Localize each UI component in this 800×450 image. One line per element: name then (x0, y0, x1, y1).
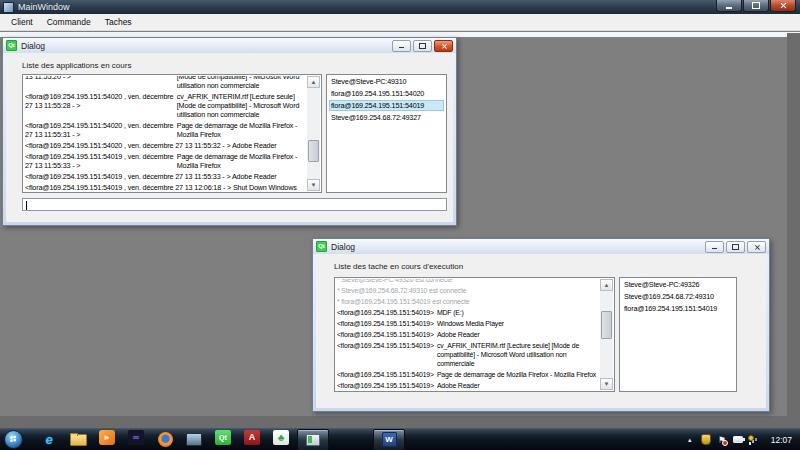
dialog-window-applications: Qt Dialog Liste des applications en cour… (2, 37, 457, 226)
task-row[interactable]: * Steve@169.254.68.72:49310 est connecte (337, 286, 599, 295)
task-row[interactable]: <flora@169.254.195.151:54019>Windows Med… (337, 319, 599, 328)
start-button[interactable] (4, 430, 23, 449)
row-sender-text: <flora@169.254.195.151:54019> (337, 330, 434, 339)
scroll-down-button[interactable]: ▼ (307, 179, 320, 191)
minimize-icon (712, 248, 717, 250)
task-row[interactable]: <flora@169.254.195.151:54019>Adobe Reade… (337, 381, 599, 390)
action-center-flag-icon[interactable]: ⚑ (717, 433, 727, 447)
maximize-button[interactable] (726, 241, 745, 253)
row-sender-text: <flora@169.254.195.151:54019> (337, 341, 434, 368)
minimize-icon (399, 47, 404, 49)
application-row[interactable]: <flora@169.254.195.151:54019 , ven. déce… (25, 152, 306, 170)
tasks-list-label: Liste des tache en cours d'execution (334, 262, 463, 271)
scroll-up-button[interactable]: ▲ (600, 279, 613, 291)
row-task-text: cv_AFRIK_INTERIM.rtf [Lecture seule] [Mo… (437, 341, 599, 368)
word-taskbar-button[interactable]: W (373, 429, 405, 450)
tasks-list[interactable]: * Steve@Steve-PC:49326 est connecte* Ste… (334, 277, 615, 392)
applications-list-label: Liste des applications en cours (22, 61, 131, 70)
row-app-text: cv_AFRIK_INTERIM.rtf [Lecture seule] [Mo… (177, 92, 306, 119)
minimize-icon (726, 7, 732, 9)
security-shield-icon[interactable] (701, 433, 711, 447)
window-title: MainWindow (18, 2, 70, 12)
row-sender-text: 13 11:55:20 - > (25, 76, 177, 90)
hidden-icons-arrow[interactable]: ▴ (685, 433, 695, 447)
dialog-titlebar[interactable]: Qt Dialog (313, 239, 769, 254)
network-status-icon[interactable] (749, 433, 761, 447)
explorer-folder-icon[interactable] (66, 430, 90, 450)
close-button[interactable] (434, 40, 453, 52)
client-item[interactable]: Steve@169.254.68.72:49310 (622, 291, 734, 302)
task-row[interactable]: <flora@169.254.195.151:54019>cv_AFRIK_IN… (337, 341, 599, 368)
maximize-button[interactable] (743, 0, 769, 12)
internet-explorer-icon[interactable]: e (37, 430, 61, 450)
task-row[interactable]: <flora@169.254.195.151:54019>Page de dém… (337, 370, 599, 379)
purple-app-icon[interactable]: ∞ (128, 430, 144, 445)
scrollbar[interactable]: ▲ ▼ (600, 279, 613, 390)
firefox-icon[interactable] (153, 430, 177, 450)
application-row[interactable]: <flora@169.254.195.151:54020 , ven. déce… (25, 141, 306, 150)
close-icon (780, 2, 787, 9)
green-app-icon[interactable]: ♣ (273, 430, 289, 445)
client-edge-bottom (0, 416, 800, 428)
menu-item-client[interactable]: Client (4, 15, 40, 29)
client-item[interactable]: flora@169.254.195.151:54020 (329, 88, 444, 99)
scrollbar[interactable]: ▲ ▼ (307, 76, 320, 191)
application-row[interactable]: <flora@169.254.195.151:54020 , ven. déce… (25, 121, 306, 139)
tasks-clients-list[interactable]: Steve@Steve-PC:49326Steve@169.254.68.72:… (619, 277, 737, 392)
mainwindow-titlebar[interactable]: MainWindow (0, 0, 800, 14)
minimize-button[interactable] (716, 0, 742, 12)
screen: MainWindow ClientCommandeTaches Qt Dialo… (0, 0, 800, 450)
application-row[interactable]: <flora@169.254.195.151:54020 , ven. déce… (25, 92, 306, 119)
scroll-down-button[interactable]: ▼ (600, 378, 613, 390)
dialog-content: Liste des tache en cours d'execution * S… (316, 254, 766, 408)
maximize-button[interactable] (413, 40, 432, 52)
clients-list[interactable]: Steve@Steve-PC:49310flora@169.254.195.15… (326, 74, 447, 193)
scroll-thumb[interactable] (601, 311, 612, 339)
applications-list[interactable]: 13 11:55:20 - >[Mode de compatibilité] -… (22, 74, 322, 193)
taskbar: e▸∞QtA♣ W ▴⚑ 12:07 (0, 428, 800, 450)
menu-item-taches[interactable]: Taches (98, 15, 139, 29)
app-icon (3, 2, 14, 13)
row-app-text: [Mode de compatibilité] - Microsoft Word… (177, 76, 306, 90)
message-input[interactable] (22, 198, 447, 211)
client-item[interactable]: Steve@Steve-PC:49326 (622, 279, 734, 290)
adobe-reader-icon[interactable]: A (244, 430, 260, 445)
scroll-up-button[interactable]: ▲ (307, 76, 320, 88)
menu-item-commande[interactable]: Commande (40, 15, 98, 29)
client-item[interactable]: flora@169.254.195.151:54019 (622, 303, 734, 314)
battery-icon[interactable] (733, 433, 743, 447)
dialog-title: Dialog (21, 41, 45, 51)
task-row[interactable]: * flora@169.254.195.151:54019 est connec… (337, 297, 599, 306)
remote-desktop-icon[interactable] (182, 430, 206, 450)
task-row[interactable]: <flora@169.254.195.151:54019>Adobe Reade… (337, 330, 599, 339)
row-sender-text: <flora@169.254.195.151:54019> (337, 319, 434, 328)
tray-clock[interactable]: 12:07 (771, 435, 792, 445)
qt-creator-icon[interactable]: Qt (215, 430, 231, 445)
dialog-titlebar[interactable]: Qt Dialog (3, 38, 456, 53)
row-sender-text: <flora@169.254.195.151:54020 , ven. déce… (25, 92, 177, 119)
dialog-title: Dialog (331, 242, 355, 252)
minimize-button[interactable] (705, 241, 724, 253)
scroll-thumb[interactable] (308, 140, 319, 162)
row-sender-text: <flora@169.254.195.151:54019> (337, 370, 434, 379)
row-app-text: Page de démarrage de Mozilla Firefox - M… (177, 152, 306, 170)
task-row[interactable]: <flora@169.254.195.151:54019>MDF (E:) (337, 308, 599, 317)
media-player-icon[interactable]: ▸ (99, 430, 115, 445)
application-row[interactable]: <flora@169.254.195.151:54019 , ven. déce… (25, 183, 306, 191)
task-row[interactable]: * Steve@Steve-PC:49326 est connecte (337, 279, 599, 284)
close-button[interactable] (770, 0, 796, 12)
system-tray: ▴⚑ 12:07 (685, 433, 792, 447)
maximize-icon (752, 2, 760, 9)
client-item[interactable]: Steve@169.254.68.72:49327 (329, 112, 444, 123)
minimize-button[interactable] (392, 40, 411, 52)
qt-app-taskbar-button[interactable] (297, 429, 329, 450)
application-row[interactable]: <flora@169.254.195.151:54019 , ven. déce… (25, 172, 306, 181)
dialog-content: Liste des applications en cours 13 11:55… (6, 53, 453, 222)
row-app-text: Page de démarrage de Mozilla Firefox - M… (177, 121, 306, 139)
dialog-window-tasks: Qt Dialog Liste des tache en cours d'exe… (312, 238, 770, 412)
application-row[interactable]: 13 11:55:20 - >[Mode de compatibilité] -… (25, 76, 306, 90)
client-item[interactable]: flora@169.254.195.151:54019 (329, 100, 444, 111)
maximize-icon (732, 244, 739, 250)
close-button[interactable] (747, 241, 766, 253)
client-item[interactable]: Steve@Steve-PC:49310 (329, 76, 444, 87)
